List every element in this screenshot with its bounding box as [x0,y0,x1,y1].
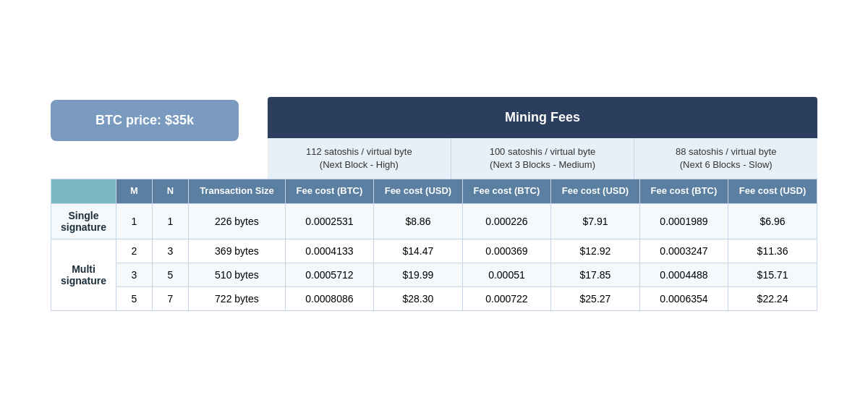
cell-n: 1 [153,204,189,239]
col-header-fee-usd-2: Fee cost (USD) [551,179,640,204]
btc-price-label: BTC price: $35k [95,113,194,127]
cell-n: 3 [153,239,189,263]
mining-fees-header: Mining Fees [268,97,817,138]
cell-fee-usd-1: $8.86 [373,204,462,239]
cell-txsize: 510 bytes [189,263,286,287]
cell-fee-btc-2: 0.000722 [462,287,550,311]
cell-fee-usd-2: $12.92 [551,239,640,263]
cell-m: 1 [116,204,153,239]
col-header-fee-usd-3: Fee cost (USD) [728,179,817,204]
cell-fee-btc-1: 0.0002531 [285,204,373,239]
fee-tiers-row: 112 satoshis / virtual byte (Next Block … [268,138,817,179]
cell-txsize: 722 bytes [189,287,286,311]
cell-fee-btc-1: 0.0004133 [285,239,373,263]
fee-tier-1: 112 satoshis / virtual byte (Next Block … [268,138,451,179]
table-row: Multisignature 2 3 369 bytes 0.0004133 $… [51,239,817,263]
col-header-fee-usd-1: Fee cost (USD) [373,179,462,204]
row-type-label-single: Single signature [51,204,116,239]
cell-txsize: 369 bytes [189,239,286,263]
cell-fee-btc-2: 0.00051 [462,263,550,287]
cell-fee-usd-2: $7.91 [551,204,640,239]
cell-fee-btc-3: 0.0006354 [639,287,728,311]
fee-tier-2: 100 satoshis / virtual byte (Next 3 Bloc… [451,138,635,179]
cell-fee-usd-3: $6.96 [728,204,817,239]
cell-n: 7 [153,287,189,311]
cell-m: 5 [116,287,153,311]
mining-fees-title: Mining Fees [505,110,580,124]
cell-fee-usd-1: $14.47 [373,239,462,263]
table-row: Single signature 1 1 226 bytes 0.0002531… [51,204,817,239]
row-type-label-multi: Multisignature [51,239,116,311]
table-header-row: M N Transaction Size Fee cost (BTC) Fee … [51,179,817,204]
cell-n: 5 [153,263,189,287]
cell-fee-btc-3: 0.0001989 [639,204,728,239]
cell-fee-btc-3: 0.0004488 [639,263,728,287]
col-header-txsize: Transaction Size [189,179,286,204]
cell-m: 2 [116,239,153,263]
cell-fee-usd-3: $11.36 [728,239,817,263]
col-header-fee-btc-1: Fee cost (BTC) [285,179,373,204]
col-header-fee-btc-2: Fee cost (BTC) [462,179,550,204]
mining-fees-section: Mining Fees 112 satoshis / virtual byte … [268,97,817,179]
table-row: 3 5 510 bytes 0.0005712 $19.99 0.00051 $… [51,263,817,287]
main-table: M N Transaction Size Fee cost (BTC) Fee … [51,179,817,311]
cell-txsize: 226 bytes [189,204,286,239]
cell-fee-usd-3: $22.24 [728,287,817,311]
cell-fee-usd-2: $25.27 [551,287,640,311]
table-row: 5 7 722 bytes 0.0008086 $28.30 0.000722 … [51,287,817,311]
cell-fee-btc-2: 0.000369 [462,239,550,263]
col-header-fee-btc-3: Fee cost (BTC) [639,179,728,204]
col-header-label [51,179,116,204]
cell-fee-btc-2: 0.000226 [462,204,550,239]
cell-fee-usd-1: $28.30 [373,287,462,311]
fee-tier-3: 88 satoshis / virtual byte (Next 6 Block… [634,138,817,179]
cell-fee-btc-1: 0.0005712 [285,263,373,287]
cell-fee-usd-1: $19.99 [373,263,462,287]
col-header-n: N [153,179,189,204]
cell-fee-btc-3: 0.0003247 [639,239,728,263]
cell-fee-usd-3: $15.71 [728,263,817,287]
cell-fee-usd-2: $17.85 [551,263,640,287]
cell-fee-btc-1: 0.0008086 [285,287,373,311]
page-wrapper: BTC price: $35k Mining Fees 112 satoshis… [36,82,832,326]
cell-m: 3 [116,263,153,287]
btc-price-container: BTC price: $35k [51,97,268,179]
btc-price-box: BTC price: $35k [51,100,239,141]
col-header-m: M [116,179,153,204]
